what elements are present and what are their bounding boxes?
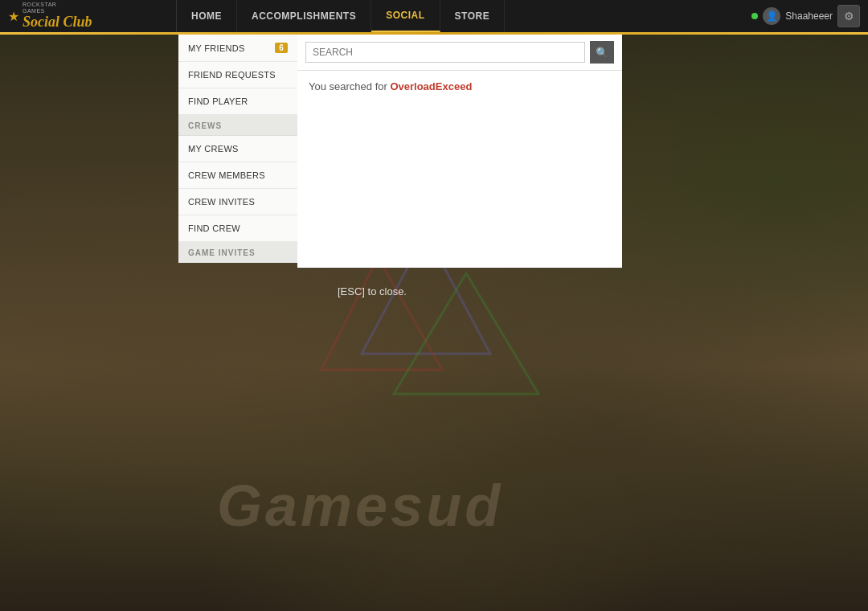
logo-star-icon: ★ bbox=[8, 9, 19, 24]
accent-bar bbox=[0, 32, 868, 35]
sidebar-item-find-crew[interactable]: FIND CREW bbox=[178, 215, 297, 242]
find-crew-label: FIND CREW bbox=[188, 223, 240, 233]
esc-close-label: [ESC] to close. bbox=[338, 285, 407, 297]
friend-requests-label: FRIEND REQUESTS bbox=[188, 70, 276, 80]
crews-section-header: CREWS bbox=[178, 115, 297, 136]
nav-accomplishments[interactable]: ACCOMPLISHMENTS bbox=[237, 0, 371, 32]
sidebar-item-crew-members[interactable]: CREW MEMBERS bbox=[178, 162, 297, 189]
search-bar: 🔍 bbox=[297, 35, 622, 71]
sidebar-item-friend-requests[interactable]: FRIEND REQUESTS bbox=[178, 62, 297, 88]
crew-members-label: CREW MEMBERS bbox=[188, 170, 265, 180]
search-input[interactable] bbox=[305, 42, 585, 63]
search-icon: 🔍 bbox=[596, 47, 608, 59]
nav-store[interactable]: STORE bbox=[440, 0, 506, 32]
search-result-prefix: You searched for bbox=[309, 80, 390, 92]
sidebar: MY FRIENDS 6 FRIEND REQUESTS FIND PLAYER… bbox=[178, 35, 297, 263]
search-button[interactable]: 🔍 bbox=[590, 41, 614, 64]
username-label: Shaaheeer bbox=[785, 10, 833, 22]
my-crews-label: MY CREWS bbox=[188, 144, 239, 154]
online-status-dot bbox=[751, 13, 758, 19]
logo[interactable]: ★ ROCKSTARGAMES Social Club bbox=[8, 2, 92, 31]
my-friends-label: MY FRIENDS bbox=[188, 43, 245, 53]
sidebar-item-crew-invites[interactable]: CREW INVITES bbox=[178, 189, 297, 215]
svg-marker-2 bbox=[394, 273, 538, 394]
nav-right: 👤 Shaaheeer ⚙ bbox=[751, 5, 868, 27]
sidebar-item-my-crews[interactable]: MY CREWS bbox=[178, 136, 297, 162]
sidebar-item-my-friends[interactable]: MY FRIENDS 6 bbox=[178, 35, 297, 62]
find-player-label: FIND PLAYER bbox=[188, 96, 248, 106]
settings-button[interactable]: ⚙ bbox=[837, 5, 860, 27]
logo-social-club-text: Social Club bbox=[23, 14, 92, 31]
navbar: ★ ROCKSTARGAMES Social Club HOME ACCOMPL… bbox=[0, 0, 868, 32]
logo-rockstar-text: ROCKSTARGAMES bbox=[23, 2, 92, 14]
my-friends-badge: 6 bbox=[275, 43, 288, 53]
nav-links: HOME ACCOMPLISHMENTS SOCIAL STORE bbox=[177, 0, 751, 32]
main-panel: 🔍 You searched for OverloadExceed bbox=[297, 35, 622, 268]
user-avatar: 👤 bbox=[763, 7, 780, 25]
nav-social[interactable]: SOCIAL bbox=[371, 0, 440, 32]
search-result-text: You searched for OverloadExceed bbox=[297, 71, 622, 102]
search-result-query[interactable]: OverloadExceed bbox=[390, 80, 472, 92]
crew-invites-label: CREW INVITES bbox=[188, 197, 255, 207]
logo-area[interactable]: ★ ROCKSTARGAMES Social Club bbox=[0, 0, 177, 32]
watermark-text: Gamesud bbox=[217, 473, 503, 539]
nav-home[interactable]: HOME bbox=[177, 0, 237, 32]
game-invites-section-header: GAME INVITES bbox=[178, 242, 297, 263]
sidebar-item-find-player[interactable]: FIND PLAYER bbox=[178, 88, 297, 115]
